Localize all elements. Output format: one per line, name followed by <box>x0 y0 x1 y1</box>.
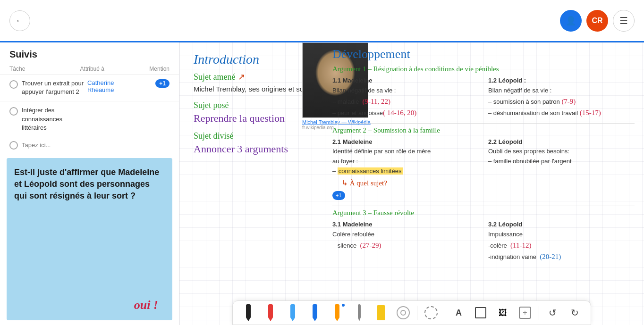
person-icon: 👤 <box>566 16 576 26</box>
pen-blue-tool[interactable] <box>306 303 323 323</box>
task-checkbox-1[interactable] <box>9 80 18 89</box>
menu-icon: ☰ <box>619 15 628 26</box>
highlight-connaissances: connaissances limitées <box>338 167 403 175</box>
task-checkbox-2[interactable] <box>9 107 18 116</box>
annoncer-text: Annoncer 3 arguments <box>194 143 331 155</box>
arg3-col1: 3.1 Madeleine Colère refoulée – silence … <box>332 220 479 262</box>
dev-title: Développement <box>332 47 635 61</box>
lasso-tool[interactable] <box>423 303 440 323</box>
arg1-col2: 1.2 Léopold : Bilan négatif de sa vie : … <box>488 76 635 118</box>
pen-active-tool[interactable] <box>329 303 346 323</box>
back-button[interactable]: ← <box>9 10 30 31</box>
divider-1 <box>332 123 635 124</box>
sticky-note: Est-il juste d'affirmer que Madeleine et… <box>7 158 172 320</box>
col-attribue-header: Attribué à <box>80 66 137 72</box>
task-text-2: Intégrer des connaissances littéraires <box>22 106 84 132</box>
top-bar: ← 👤 CR ☰ <box>0 0 644 42</box>
pen-blue-light-tool[interactable] <box>284 303 301 323</box>
sticky-note-text: Est-il juste d'affirmer que Madeleine et… <box>14 167 159 200</box>
pen-black-tool[interactable] <box>240 303 257 323</box>
task-badge-1: +1 <box>141 79 169 88</box>
task-input-circle <box>9 141 18 150</box>
task-assignee-1: Catherine Rhéaume <box>87 79 137 93</box>
divider-2 <box>332 206 635 206</box>
text-tool[interactable]: A <box>450 303 467 323</box>
toolbar-separator-2 <box>445 306 445 320</box>
arg3-grid: 3.1 Madeleine Colère refoulée – silence … <box>332 220 635 262</box>
top-right-icons: 👤 CR ☰ <box>560 10 635 32</box>
canvas-area[interactable]: Introduction Sujet amené ↗ Michel Trembl… <box>179 42 644 325</box>
undo-tool[interactable]: ↺ <box>544 303 561 323</box>
developpement-section: Développement Argument 1 – Résignation à… <box>332 47 635 267</box>
image-tool[interactable]: 🖼 <box>494 303 511 323</box>
toolbar-separator-1 <box>417 306 417 320</box>
suivis-title: Suivis <box>0 42 179 64</box>
redo-tool[interactable]: ↻ <box>566 303 583 323</box>
sujet-divise-label: Sujet divisé <box>194 131 331 141</box>
badge-arg2: +1 <box>332 191 345 200</box>
main-content: Suivis Tâche Attribué à Mention Trouver … <box>0 42 644 325</box>
back-icon: ← <box>15 15 25 26</box>
arg1-col1: 1.1 Madeleine Bilan négatif de sa vie : … <box>332 76 479 118</box>
arg3-title: Argument 3 – Fausse révolte <box>332 209 635 217</box>
add-tool[interactable]: + <box>517 303 534 323</box>
arg2-col2: 2.2 Léopold Oubli de ses propres besoins… <box>488 137 635 201</box>
avatar-orange-label: CR <box>592 17 602 25</box>
left-panel: Suivis Tâche Attribué à Mention Trouver … <box>0 42 179 325</box>
task-row: Trouver un extrait pour appuyer l'argume… <box>0 75 179 101</box>
image-tool-icon: 🖼 <box>499 308 507 318</box>
add-icon: + <box>523 308 527 317</box>
toolbar-separator-3 <box>539 306 539 320</box>
shape-tool[interactable] <box>472 303 489 323</box>
menu-button[interactable]: ☰ <box>613 10 635 32</box>
task-input-row <box>0 137 179 153</box>
sticky-note-answer: oui ! <box>134 297 158 314</box>
arg1-grid: 1.1 Madeleine Bilan négatif de sa vie : … <box>332 76 635 118</box>
arg2-grid: 2.1 Madeleine Identité définie par son r… <box>332 137 635 201</box>
avatar-orange[interactable]: CR <box>586 10 608 32</box>
undo-icon: ↺ <box>549 307 557 318</box>
pen-red-tool[interactable] <box>262 303 279 323</box>
avatar-blue[interactable]: 👤 <box>560 10 582 32</box>
text-tool-icon: A <box>456 308 462 318</box>
arg2-col1: 2.1 Madeleine Identité définie par son r… <box>332 137 479 201</box>
task-input[interactable] <box>22 142 169 149</box>
suivis-table-header: Tâche Attribué à Mention <box>0 64 179 75</box>
arg1-title: Argument 1 – Résignation à des condition… <box>332 65 635 73</box>
col-tache-header: Tâche <box>9 66 80 72</box>
pen-thin-tool[interactable] <box>351 303 368 323</box>
arrow-icon: ↗ <box>238 72 245 82</box>
redo-icon: ↻ <box>571 307 579 318</box>
col-mention-header: Mention <box>136 66 169 72</box>
task-row: Intégrer des connaissances littéraires <box>0 101 179 137</box>
active-dot <box>342 304 345 307</box>
arg3-col2: 3.2 Léopold Impuissance -colère (11-12) … <box>488 220 635 262</box>
badge-count-1: +1 <box>155 79 169 88</box>
eraser-tool[interactable] <box>395 303 412 323</box>
bottom-toolbar: A 🖼 + ↺ ↻ <box>232 300 591 325</box>
marker-tool[interactable] <box>373 303 390 323</box>
quel-sujet-annotation: ↳ À quel sujet? <box>342 177 479 189</box>
task-text-1: Trouver un extrait pour appuyer l'argume… <box>22 79 84 96</box>
arg2-title: Argument 2 – Soumission à la famille <box>332 126 635 134</box>
